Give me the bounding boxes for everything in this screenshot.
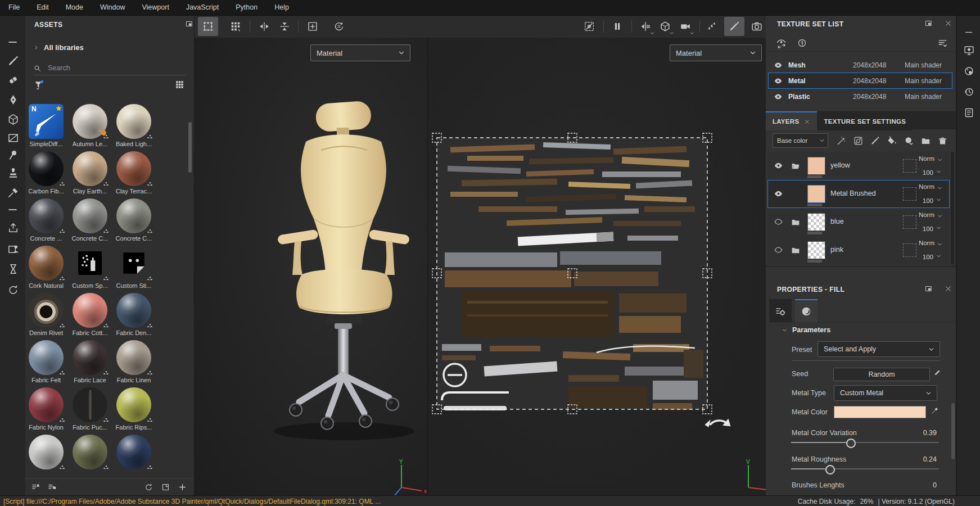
- asset-item[interactable]: Fabric Rips...: [116, 387, 152, 431]
- pause-engine[interactable]: [607, 17, 627, 36]
- asset-item[interactable]: Clay Earth...: [73, 151, 109, 195]
- add-resource[interactable]: [178, 482, 187, 492]
- grid-view-icon[interactable]: [174, 79, 185, 90]
- mirror-vertical[interactable]: [274, 17, 295, 36]
- mirror-horizontal[interactable]: [254, 17, 274, 36]
- stamp-tool[interactable]: [6, 166, 20, 180]
- fill-bucket[interactable]: [887, 135, 897, 146]
- paint-tool[interactable]: [870, 135, 880, 146]
- slider-knob[interactable]: [825, 465, 835, 475]
- viewport-2d[interactable]: Material: [428, 38, 766, 495]
- texture-set-row-plastic[interactable]: Plastic 2048x2048 Main shader: [768, 88, 952, 105]
- display-settings[interactable]: [962, 43, 976, 57]
- wand[interactable]: [836, 135, 847, 146]
- asset-item[interactable]: Fabric Linen: [116, 340, 152, 383]
- transform-tool[interactable]: [198, 17, 218, 36]
- tab-properties-list[interactable]: [769, 299, 792, 322]
- asset-item[interactable]: Fabric Nylon: [29, 387, 65, 431]
- asset-item[interactable]: Denim Rivet: [29, 293, 65, 336]
- layers-scrollbar[interactable]: [951, 152, 954, 264]
- script-log-message[interactable]: [Script] file:///C:/Program Files/Adobe/…: [3, 498, 381, 505]
- eye-icon[interactable]: [774, 161, 783, 170]
- asset-item[interactable]: Fabric Puc...: [73, 387, 109, 431]
- asset-item[interactable]: NSimpleDiff...: [29, 104, 65, 147]
- viewport-3d[interactable]: Material: [195, 38, 428, 495]
- screenshot-camera[interactable]: [747, 17, 767, 36]
- texture-set-row-metal[interactable]: Metal 2048x2048 Main shader: [768, 73, 952, 89]
- channel-filter-dropdown[interactable]: Base color: [773, 133, 828, 148]
- asset-item[interactable]: [73, 435, 109, 471]
- smudge-tool[interactable]: [6, 130, 20, 145]
- layer-thumbnail[interactable]: [807, 241, 825, 259]
- perspective-mode[interactable]: [655, 17, 675, 36]
- blend-mode[interactable]: Norm: [919, 240, 934, 246]
- float-panel-icon[interactable]: [924, 19, 934, 29]
- smart-material-add[interactable]: [853, 135, 864, 146]
- metal-color-picker-icon[interactable]: [931, 406, 939, 415]
- layer-row-blue[interactable]: blue Norm 100: [767, 208, 950, 236]
- filter-icon[interactable]: [33, 79, 44, 91]
- slider-knob[interactable]: [846, 439, 856, 448]
- clone-tool[interactable]: [6, 147, 20, 162]
- menu-window[interactable]: Window: [92, 0, 133, 15]
- layer-row-yellow[interactable]: yellow Norm 100: [767, 152, 950, 180]
- asset-item[interactable]: Carbon Fib...: [29, 151, 65, 195]
- all-libraries-row[interactable]: All libraries: [33, 43, 84, 52]
- slider-track[interactable]: [791, 442, 939, 443]
- export-textures[interactable]: [6, 220, 20, 235]
- asset-item[interactable]: Baked Ligh...: [116, 104, 152, 147]
- toggle-all-visibility-icon[interactable]: [776, 38, 787, 49]
- asset-item[interactable]: Custom Sti...: [116, 246, 152, 289]
- eye-hidden-icon[interactable]: [774, 217, 783, 227]
- projection-tool[interactable]: [6, 92, 20, 107]
- search-input[interactable]: [47, 64, 173, 73]
- metal-type-dropdown[interactable]: Custom Metal: [834, 385, 937, 401]
- blend-mode[interactable]: Norm: [919, 211, 934, 218]
- layer-thumbnail[interactable]: [807, 213, 825, 231]
- layer-mask-placeholder[interactable]: [903, 159, 916, 173]
- asset-item[interactable]: Concrete C...: [73, 198, 109, 242]
- list-details[interactable]: [31, 482, 40, 492]
- history[interactable]: [962, 85, 976, 98]
- menu-viewport[interactable]: Viewport: [133, 0, 177, 15]
- asset-item[interactable]: Cork Natural: [29, 246, 65, 289]
- tab-layers[interactable]: LAYERS: [766, 111, 817, 130]
- asset-item[interactable]: Clay Terrac...: [116, 151, 152, 195]
- reset-transform[interactable]: [329, 17, 349, 36]
- menu-javascript[interactable]: JavaScript: [178, 0, 227, 15]
- asset-item[interactable]: Fabric Felt: [29, 340, 65, 383]
- trash[interactable]: [937, 135, 948, 146]
- toggle-projection-visibility[interactable]: [579, 17, 599, 36]
- slider-track[interactable]: [791, 468, 939, 469]
- seed-edit-icon[interactable]: [933, 368, 942, 377]
- polygon-fill-tool[interactable]: [6, 112, 20, 126]
- asset-item[interactable]: Concrete ...: [29, 198, 65, 242]
- eye-icon[interactable]: [774, 92, 783, 101]
- blend-mode[interactable]: Norm: [919, 155, 934, 162]
- tab-material[interactable]: [795, 299, 818, 322]
- layer-opacity[interactable]: 100: [923, 254, 933, 260]
- preset-dropdown[interactable]: Select and Apply: [818, 341, 940, 357]
- solo-view-icon[interactable]: [797, 38, 807, 48]
- layer-mask-placeholder[interactable]: [903, 187, 916, 201]
- layer-opacity[interactable]: 100: [923, 197, 933, 204]
- smart-mask[interactable]: [904, 135, 914, 146]
- asset-item[interactable]: [29, 435, 65, 471]
- layer-opacity[interactable]: 100: [923, 169, 933, 176]
- eraser-tool[interactable]: [6, 73, 20, 87]
- folder[interactable]: [920, 135, 931, 146]
- asset-item[interactable]: Autumn Le...: [73, 104, 109, 147]
- asset-item[interactable]: Concrete C...: [116, 198, 152, 242]
- layer-row-metal-brushed[interactable]: Metal Brushed Norm 100: [767, 180, 950, 208]
- add-stencil[interactable]: [302, 17, 323, 36]
- sort-filter-icon[interactable]: [937, 38, 948, 48]
- float-panel-icon[interactable]: [924, 284, 934, 295]
- assets-scrollbar[interactable]: [188, 122, 192, 173]
- layer-thumbnail[interactable]: [807, 185, 825, 203]
- shader-settings[interactable]: [962, 64, 976, 78]
- menu-python[interactable]: Python: [227, 0, 266, 15]
- material-picker-tool[interactable]: [6, 185, 20, 200]
- layer-mask-placeholder[interactable]: [903, 215, 916, 229]
- asset-item[interactable]: Custom Sp...: [73, 246, 109, 289]
- new-shelf[interactable]: [161, 482, 170, 492]
